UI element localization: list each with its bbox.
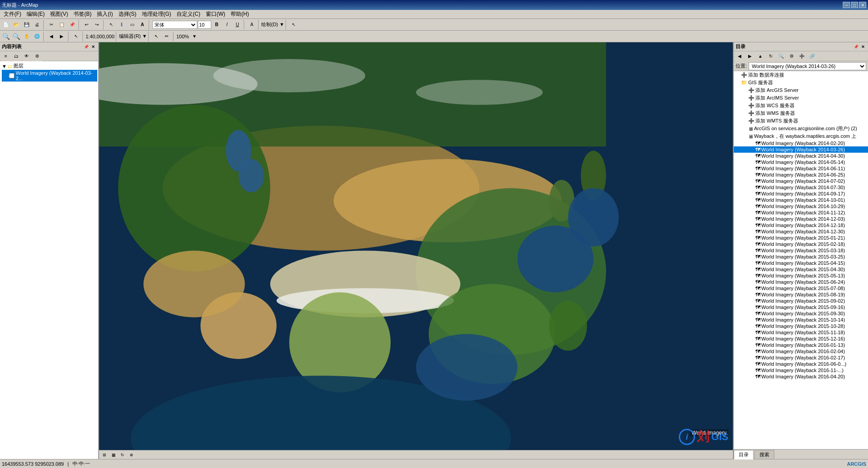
tree-item-33[interactable]: 🗺World Imagery (Wayback 2015-08-19) (734, 291, 868, 298)
tree-item-14[interactable]: 🗺World Imagery (Wayback 2014-06-25) (734, 172, 868, 178)
tree-item-38[interactable]: 🗺World Imagery (Wayback 2015-10-28) (734, 323, 868, 329)
menu-customize[interactable]: 自定义(C) (174, 9, 203, 19)
copy-button[interactable]: 📋 (57, 20, 67, 30)
menu-window[interactable]: 窗口(W) (203, 9, 228, 19)
tree-item-26[interactable]: 🗺World Imagery (Wayback 2015-03-18) (734, 247, 868, 254)
edit-pointer[interactable]: ↖ (151, 32, 161, 41)
tree-item-37[interactable]: 🗺World Imagery (Wayback 2015-10-14) (734, 317, 868, 323)
tree-item-28[interactable]: 🗺World Imagery (Wayback 2015-04-15) (734, 260, 868, 266)
text-tool[interactable]: A (137, 20, 147, 30)
tree-item-36[interactable]: 🗺World Imagery (Wayback 2015-09-30) (734, 310, 868, 317)
tree-item-25[interactable]: 🗺World Imagery (Wayback 2015-02-18) (734, 241, 868, 247)
tree-item-40[interactable]: 🗺World Imagery (Wayback 2015-12-16) (734, 336, 868, 342)
menu-view[interactable]: 视图(V) (47, 9, 71, 19)
minimize-button[interactable]: ─ (843, 2, 850, 8)
tree-item-3[interactable]: ➕添加 ArcIMS Server (734, 94, 868, 102)
tree-item-6[interactable]: ➕添加 WMTS 服务器 (734, 117, 868, 125)
tree-item-31[interactable]: 🗺World Imagery (Wayback 2015-06-24) (734, 279, 868, 285)
tree-item-17[interactable]: 🗺World Imagery (Wayback 2014-09-17) (734, 191, 868, 197)
layer-checkbox[interactable]: ✓ (9, 73, 14, 78)
zoom-in-button[interactable]: 🔍 (1, 32, 11, 41)
tab-catalog[interactable]: 目录 (734, 450, 754, 459)
tree-item-30[interactable]: 🗺World Imagery (Wayback 2015-05-13) (734, 273, 868, 279)
tree-item-23[interactable]: 🗺World Imagery (Wayback 2014-12-30) (734, 228, 868, 235)
save-button[interactable]: 💾 (22, 20, 32, 30)
tree-item-9[interactable]: 🗺World Imagery (Wayback 2014-02-20) (734, 140, 868, 146)
tree-item-42[interactable]: 🗺World Imagery (Wayback 2016-02-04) (734, 348, 868, 354)
tree-item-1[interactable]: 📁GIS 服务器 (734, 79, 868, 86)
map-data-view-button[interactable]: ▦ (110, 451, 117, 459)
tree-item-11[interactable]: 🗺World Imagery (Wayback 2014-04-30) (734, 153, 868, 159)
toc-close-button[interactable]: ✕ (90, 44, 96, 50)
tree-item-29[interactable]: 🗺World Imagery (Wayback 2015-04-30) (734, 266, 868, 273)
menu-geoprocessing[interactable]: 地理处理(G) (139, 9, 174, 19)
tree-item-15[interactable]: 🗺World Imagery (Wayback 2014-07-02) (734, 178, 868, 184)
tree-item-19[interactable]: 🗺World Imagery (Wayback 2014-10-29) (734, 203, 868, 209)
italic-button[interactable]: I (222, 20, 232, 30)
tree-item-41[interactable]: 🗺World Imagery (Wayback 2016-01-13) (734, 342, 868, 348)
tree-item-34[interactable]: 🗺World Imagery (Wayback 2015-09-02) (734, 298, 868, 304)
tree-item-10[interactable]: 🗺World Imagery (Wayback 2014-03-26) (734, 146, 868, 153)
tree-item-43[interactable]: 🗺World Imagery (Wayback 2016-02-17) (734, 354, 868, 361)
map-refresh-button[interactable]: ↻ (119, 451, 126, 459)
tree-item-12[interactable]: 🗺World Imagery (Wayback 2014-05-14) (734, 159, 868, 165)
bold-button[interactable]: B (212, 20, 222, 30)
map-zoom-button[interactable]: ⊕ (128, 451, 135, 459)
zoom-percent-dropdown[interactable]: ▼ (190, 32, 200, 41)
tree-item-4[interactable]: ➕添加 WCS 服务器 (734, 102, 868, 109)
tree-item-35[interactable]: 🗺World Imagery (Wayback 2015-09-16) (734, 304, 868, 310)
layers-group-header[interactable]: ▼ 🗂 图层 (2, 62, 97, 70)
draw-pointer[interactable]: ↖ (289, 20, 299, 30)
redo-button[interactable]: ↪ (92, 20, 102, 30)
menu-insert[interactable]: 插入(I) (94, 9, 115, 19)
tree-item-44[interactable]: 🗺World Imagery (Wayback 2016-06-0...) (734, 361, 868, 367)
tree-item-2[interactable]: ➕添加 ArcGIS Server (734, 86, 868, 94)
tree-item-5[interactable]: ➕添加 WMS 服务器 (734, 109, 868, 117)
edit-tool2[interactable]: ✏ (162, 32, 172, 41)
toc-visibility-view[interactable]: 👁 (22, 51, 32, 61)
tree-item-46[interactable]: 🗺World Imagery (Wayback 2016-04-20) (734, 373, 868, 380)
menu-select[interactable]: 选择(S) (116, 9, 139, 19)
open-button[interactable]: 📂 (11, 20, 21, 30)
forward-button[interactable]: ▶ (57, 32, 67, 41)
underline-button[interactable]: U (232, 20, 242, 30)
catalog-close-button[interactable]: ✕ (860, 44, 866, 50)
catalog-up[interactable]: ▲ (755, 51, 765, 61)
menu-help[interactable]: 帮助(H) (228, 9, 252, 19)
tree-item-39[interactable]: 🗺World Imagery (Wayback 2015-11-18) (734, 329, 868, 336)
font-family-combo[interactable]: 宋体 (152, 21, 197, 29)
cut-button[interactable]: ✂ (46, 20, 56, 30)
toc-options[interactable]: ⚙ (32, 51, 42, 61)
color-button[interactable]: A (247, 20, 257, 30)
catalog-pin-button[interactable]: 📌 (853, 44, 859, 50)
toc-pin-button[interactable]: 📌 (83, 44, 89, 50)
full-extent-button[interactable]: 🌐 (32, 32, 42, 41)
location-combo[interactable]: World Imagery (Wayback 2014-03-26) (749, 62, 866, 70)
close-button[interactable]: ✕ (859, 2, 866, 8)
menu-edit[interactable]: 编辑(E) (24, 9, 47, 19)
map-container[interactable]: World Imagery i 刘 GIS ⊞ ▦ ↻ ⊕ (99, 42, 733, 459)
menu-bookmarks[interactable]: 书签(B) (71, 9, 94, 19)
catalog-forward[interactable]: ▶ (745, 51, 755, 61)
tree-item-24[interactable]: 🗺World Imagery (Wayback 2015-01-21) (734, 235, 868, 241)
catalog-add[interactable]: ➕ (797, 51, 807, 61)
tree-item-7[interactable]: 🖥ArcGIS on services.arcgisonline.com (用户… (734, 125, 868, 132)
undo-button[interactable]: ↩ (82, 20, 91, 30)
font-size-input[interactable] (198, 21, 211, 29)
catalog-connect[interactable]: 🔗 (807, 51, 817, 61)
new-button[interactable]: 📄 (1, 20, 11, 30)
toc-source-view[interactable]: 🗂 (11, 51, 21, 61)
paste-button[interactable]: 📌 (67, 20, 77, 30)
tree-item-8[interactable]: 🖥Wayback，在 wayback.maptiles.arcgis.com 上 (734, 132, 868, 140)
menu-file[interactable]: 文件(F) (1, 9, 24, 19)
back-button[interactable]: ◀ (46, 32, 56, 41)
tree-item-22[interactable]: 🗺World Imagery (Wayback 2014-12-18) (734, 222, 868, 228)
select-tool[interactable]: ▭ (127, 20, 137, 30)
tree-item-45[interactable]: 🗺World Imagery (Wayback 2016-11-...) (734, 367, 868, 373)
catalog-refresh[interactable]: ↻ (766, 51, 776, 61)
tab-search[interactable]: 搜索 (754, 450, 774, 459)
tree-item-20[interactable]: 🗺World Imagery (Wayback 2014-11-12) (734, 209, 868, 216)
toc-list-view[interactable]: ≡ (1, 51, 11, 61)
map-layout-button[interactable]: ⊞ (101, 451, 108, 459)
catalog-search[interactable]: 🔍 (776, 51, 786, 61)
